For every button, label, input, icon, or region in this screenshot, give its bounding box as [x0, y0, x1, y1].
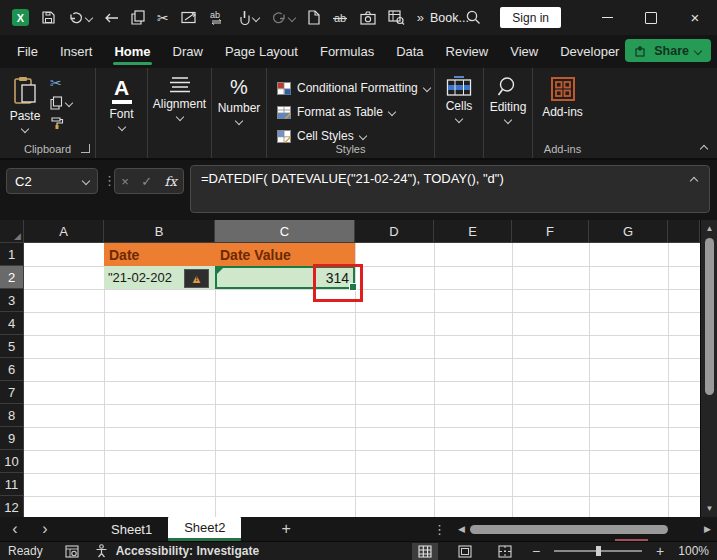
- table-search-icon[interactable]: [388, 10, 405, 25]
- select-all-button[interactable]: ◢: [0, 220, 24, 243]
- zoom-slider-thumb[interactable]: [596, 546, 601, 556]
- page-layout-view-button[interactable]: [452, 543, 478, 560]
- conditional-formatting-button[interactable]: Conditional Formatting: [277, 77, 434, 99]
- tab-insert[interactable]: Insert: [49, 35, 104, 68]
- undo-dropdown-icon[interactable]: [85, 13, 93, 21]
- sheet-tab-sheet1[interactable]: Sheet1: [95, 517, 168, 541]
- sheet-tab-sheet2[interactable]: Sheet2: [168, 517, 241, 541]
- edit-draft-icon[interactable]: [181, 11, 197, 24]
- row-header-9[interactable]: 9: [0, 427, 24, 450]
- tab-developer[interactable]: Developer: [549, 35, 630, 68]
- name-box-dropdown-icon[interactable]: [82, 177, 90, 185]
- row-header-3[interactable]: 3: [0, 289, 24, 312]
- touch-mode-icon[interactable]: [238, 10, 259, 25]
- cells-button[interactable]: Cells: [435, 68, 483, 122]
- tab-page-layout[interactable]: Page Layout: [214, 35, 309, 68]
- accessibility-status[interactable]: Accessibility: Investigate: [116, 544, 259, 558]
- cut-icon[interactable]: ✂: [157, 10, 169, 26]
- paste-button[interactable]: Paste: [0, 68, 50, 132]
- addins-button[interactable]: Add-ins: [533, 68, 592, 119]
- error-checking-button[interactable]: ▲!: [184, 269, 209, 288]
- cancel-icon[interactable]: ×: [121, 174, 129, 189]
- tab-data[interactable]: Data: [385, 35, 434, 68]
- macro-record-icon[interactable]: [65, 545, 79, 558]
- vertical-scroll-thumb[interactable]: [705, 238, 714, 395]
- tab-view[interactable]: View: [499, 35, 549, 68]
- scroll-up-icon[interactable]: ▲: [701, 224, 717, 233]
- cells-dropdown-icon[interactable]: [455, 115, 463, 123]
- column-header-G[interactable]: G: [589, 220, 668, 243]
- cell-B1[interactable]: Date: [104, 243, 215, 266]
- new-file-icon[interactable]: [307, 10, 320, 25]
- zoom-out-button[interactable]: −: [532, 543, 540, 559]
- search-icon[interactable]: [465, 9, 482, 26]
- scroll-left-icon[interactable]: ◀: [458, 524, 465, 534]
- alignment-dropdown-icon[interactable]: [175, 113, 183, 121]
- formula-bar-collapse-icon[interactable]: [690, 177, 698, 185]
- enter-icon[interactable]: ✓: [141, 174, 152, 189]
- status-mode[interactable]: Ready: [8, 544, 43, 558]
- redo-dropdown-icon[interactable]: [287, 13, 295, 21]
- tab-formulas[interactable]: Formulas: [309, 35, 385, 68]
- ribbon-collapse-icon[interactable]: [700, 145, 708, 153]
- maximize-button[interactable]: [629, 0, 673, 35]
- scroll-down-icon[interactable]: ▼: [701, 504, 717, 513]
- cut-button[interactable]: ✂: [50, 76, 72, 90]
- number-dropdown-icon[interactable]: [235, 117, 243, 125]
- copy-icon[interactable]: [131, 10, 145, 25]
- row-header-8[interactable]: 8: [0, 404, 24, 427]
- excel-logo-icon[interactable]: X: [12, 9, 29, 26]
- column-header-E[interactable]: E: [434, 220, 512, 243]
- alignment-button[interactable]: Alignment: [148, 68, 211, 120]
- column-header-C[interactable]: C: [215, 220, 355, 243]
- sheet-next-icon[interactable]: ›: [30, 520, 60, 538]
- column-header-partial[interactable]: [668, 220, 700, 243]
- column-header-F[interactable]: F: [512, 220, 589, 243]
- editing-dropdown-icon[interactable]: [504, 116, 512, 124]
- row-header-2[interactable]: 2: [0, 266, 24, 289]
- insert-function-icon[interactable]: fx: [165, 174, 177, 189]
- page-break-preview-button[interactable]: [492, 543, 518, 560]
- row-header-1[interactable]: 1: [0, 243, 24, 266]
- format-as-table-button[interactable]: Format as Table: [277, 101, 434, 123]
- formula-input[interactable]: =DATEDIF( DATEVALUE("21-02-24"), TODAY()…: [190, 165, 710, 213]
- column-header-A[interactable]: A: [24, 220, 104, 243]
- number-button[interactable]: % Number: [212, 68, 266, 124]
- undo-icon[interactable]: [68, 11, 92, 25]
- name-box[interactable]: C2: [6, 168, 98, 194]
- font-dropdown-icon[interactable]: [117, 123, 125, 131]
- save-icon[interactable]: [41, 10, 56, 25]
- row-header-7[interactable]: 7: [0, 381, 24, 404]
- tab-home[interactable]: Home: [103, 35, 161, 68]
- accessibility-icon[interactable]: [95, 544, 108, 558]
- row-header-12[interactable]: 12: [0, 496, 24, 519]
- row-header-10[interactable]: 10: [0, 450, 24, 473]
- vertical-scrollbar[interactable]: ▲ ▼: [700, 220, 717, 517]
- sign-in-button[interactable]: Sign in: [500, 7, 561, 28]
- camera-icon[interactable]: [360, 11, 376, 25]
- normal-view-button[interactable]: [412, 543, 438, 560]
- redo-icon[interactable]: [271, 11, 295, 25]
- horizontal-scroll-thumb[interactable]: [470, 525, 668, 534]
- minimize-button[interactable]: [585, 0, 629, 35]
- scroll-right-icon[interactable]: ▶: [704, 524, 711, 534]
- clipboard-dialog-launcher-icon[interactable]: [81, 144, 90, 153]
- editing-button[interactable]: Editing: [484, 68, 532, 123]
- back-arrow-icon[interactable]: [104, 12, 119, 24]
- qat-overflow-icon[interactable]: »: [417, 10, 424, 25]
- copy-button[interactable]: [50, 96, 72, 110]
- copy-dropdown-icon[interactable]: [65, 99, 73, 107]
- close-button[interactable]: ×: [673, 0, 717, 35]
- paste-dropdown-icon[interactable]: [21, 125, 29, 133]
- sheet-prev-icon[interactable]: ‹: [0, 520, 30, 538]
- cell-C1[interactable]: Date Value: [215, 243, 355, 266]
- touch-mode-dropdown-icon[interactable]: [251, 13, 259, 21]
- row-header-6[interactable]: 6: [0, 358, 24, 381]
- column-header-D[interactable]: D: [355, 220, 434, 243]
- zoom-in-button[interactable]: +: [656, 543, 664, 559]
- row-header-5[interactable]: 5: [0, 335, 24, 358]
- tab-file[interactable]: File: [6, 35, 49, 68]
- tab-draw[interactable]: Draw: [162, 35, 214, 68]
- font-button[interactable]: A Font: [96, 68, 147, 130]
- strikethrough-icon[interactable]: ab: [332, 11, 348, 25]
